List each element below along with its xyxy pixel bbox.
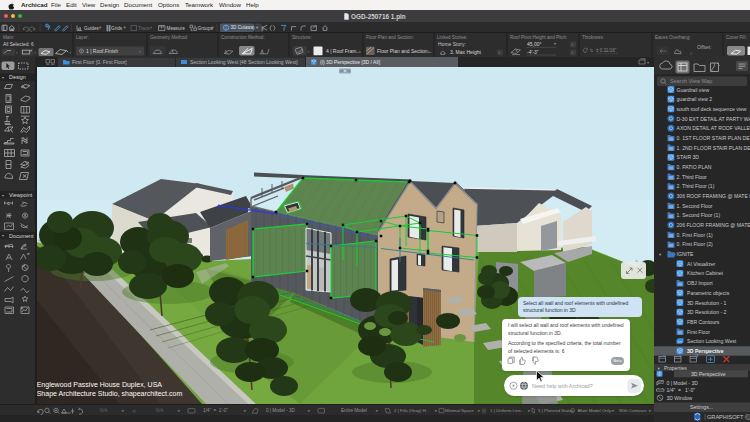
- svg-text:Trace: Trace: [138, 26, 150, 31]
- svg-text:Shape Architecture Studio, sha: Shape Architecture Studio, shapearchitec…: [37, 390, 182, 398]
- svg-text:▾: ▾: [150, 25, 153, 30]
- svg-text:Search View Map: Search View Map: [670, 78, 712, 84]
- svg-text:▸: ▸: [612, 408, 615, 413]
- svg-text:▾: ▾: [212, 25, 215, 30]
- svg-text:›: ›: [359, 49, 361, 54]
- svg-text:(I) 3D Perspective [3D / All]: (I) 3D Perspective [3D / All]: [320, 59, 381, 65]
- svg-text:± 0.11/16": ± 0.11/16": [596, 48, 617, 53]
- svg-text:Offset:: Offset:: [697, 44, 712, 50]
- svg-text:0 | Model - 3D: 0 | Model - 3D: [266, 408, 295, 413]
- svg-text:0. First Floor (2): 0. First Floor (2): [677, 241, 714, 247]
- svg-text:Parametric objects: Parametric objects: [687, 290, 730, 296]
- svg-text:All Selected: 6: All Selected: 6: [3, 42, 34, 47]
- svg-text:›: ›: [35, 50, 37, 55]
- svg-text:▸: ▸: [244, 408, 247, 413]
- svg-text:Guardrail view: Guardrail view: [677, 87, 710, 93]
- svg-text:N/A: N/A: [156, 408, 165, 413]
- svg-text:▾: ▾: [2, 233, 4, 238]
- svg-text:Measure: Measure: [167, 26, 186, 31]
- svg-text:▾: ▾: [99, 25, 102, 30]
- svg-text:south roof deck sequence view: south roof deck sequence view: [677, 106, 747, 112]
- svg-text:Kitchen Cabinet: Kitchen Cabinet: [687, 270, 724, 276]
- svg-text:Home Story:: Home Story:: [438, 41, 466, 47]
- svg-text:▸: ▸: [178, 408, 181, 413]
- svg-text:Document: Document: [9, 233, 34, 239]
- svg-text:⟲: ⟲: [132, 409, 136, 414]
- svg-text:▸: ▸: [435, 408, 438, 413]
- svg-text:⇅: ⇅: [590, 48, 594, 53]
- svg-text:Entire Model: Entire Model: [341, 408, 367, 413]
- svg-text:›: ›: [16, 50, 18, 55]
- svg-text:Cover Fill:: Cover Fill:: [726, 35, 747, 40]
- svg-text:Thickness:: Thickness:: [582, 35, 604, 40]
- svg-text:▸: ▸: [528, 408, 531, 413]
- svg-text:Structure:: Structure:: [292, 35, 312, 40]
- svg-text:3D Cutaway: 3D Cutaway: [231, 25, 257, 30]
- svg-text:1. 2ND FLOOR STAIR PLAN DETAIL: 1. 2ND FLOOR STAIR PLAN DETAIL: [677, 145, 750, 151]
- svg-text:Settings...: Settings...: [690, 404, 713, 410]
- svg-text:▾: ▾: [647, 60, 649, 65]
- svg-text:3D Resolution - 1: 3D Resolution - 1: [687, 300, 727, 306]
- svg-text:5 | Planned Status: 5 | Planned Status: [538, 408, 575, 413]
- svg-text:guardrail view 2: guardrail view 2: [677, 96, 713, 102]
- svg-text:Viewpoint: Viewpoint: [9, 192, 33, 198]
- svg-text:Floor Plan and Section...: Floor Plan and Section...: [377, 48, 432, 54]
- svg-text:1 | Roof.Finish: 1 | Roof.Finish: [86, 48, 118, 54]
- svg-text:AI Visualizer: AI Visualizer: [687, 261, 716, 267]
- svg-text:45,00°: 45,00°: [527, 41, 542, 47]
- svg-text:Guides: Guides: [84, 26, 100, 31]
- svg-text:Geometry Method:: Geometry Method:: [150, 35, 188, 40]
- svg-text:▸: ▸: [376, 408, 379, 413]
- svg-text:3D Perspective: 3D Perspective: [691, 371, 726, 377]
- svg-text:1. Second Floor: 1. Second Floor: [677, 203, 713, 209]
- svg-text:▾: ▾: [554, 41, 556, 46]
- svg-text:206 FLOOR FRAMING @ MATE LINE: 206 FLOOR FRAMING @ MATE LINE: [677, 222, 750, 228]
- svg-text:OBJ Import: OBJ Import: [687, 280, 713, 286]
- svg-text:First Floor [0. First Floor]: First Floor [0. First Floor]: [72, 59, 127, 65]
- svg-text:›: ›: [70, 50, 72, 55]
- svg-text:Englewood Passive House Duplex: Englewood Passive House Duplex, USA: [37, 381, 162, 389]
- svg-text:Section Looking West: Section Looking West: [687, 338, 737, 344]
- svg-text:Design: Design: [9, 74, 26, 80]
- svg-text:Layer:: Layer:: [76, 35, 89, 40]
- svg-text:3D Perspective: 3D Perspective: [687, 348, 724, 354]
- svg-text:Main:: Main:: [3, 35, 14, 40]
- svg-text:D-30 EXT DETAIL AT PARTY WALL: D-30 EXT DETAIL AT PARTY WALL E: [677, 116, 750, 122]
- svg-text:Main Model Only: Main Model Only: [578, 408, 612, 413]
- svg-text:Roof Pivot Height and Pitch:: Roof Pivot Height and Pitch:: [510, 35, 567, 40]
- svg-text:Minimal Space: Minimal Space: [445, 408, 474, 413]
- svg-text:▸: ▸: [478, 408, 481, 413]
- svg-text:Construction Method:: Construction Method:: [221, 35, 265, 40]
- svg-text:2. Third Floor: 2. Third Floor: [677, 174, 708, 180]
- svg-text:▸: ▸: [649, 408, 652, 413]
- svg-text:▾: ▾: [2, 193, 4, 198]
- svg-text:1/4" = 1'-0": 1/4" = 1'-0": [203, 408, 228, 413]
- svg-text:IGNITE: IGNITE: [677, 251, 695, 257]
- svg-text:0. 1ST FLOOR STAIR PLAN DETAIL: 0. 1ST FLOOR STAIR PLAN DETAIL: [677, 135, 750, 141]
- svg-text:Eaves Overhang:: Eaves Overhang:: [655, 35, 691, 40]
- svg-text:STAIR 3D: STAIR 3D: [677, 154, 700, 160]
- svg-text:▾: ▾: [124, 25, 127, 30]
- svg-text:0. First Floor (1): 0. First Floor (1): [677, 232, 714, 238]
- svg-text:▾: ▾: [2, 75, 4, 80]
- svg-text:GRAPHISOFT Ⓒ: GRAPHISOFT Ⓒ: [707, 414, 750, 420]
- svg-text:AXON DETAIL AT ROOF VALLEY EAS: AXON DETAIL AT ROOF VALLEY EAS: [677, 125, 750, 131]
- svg-text:Floor Plan and Section:: Floor Plan and Section:: [366, 35, 414, 40]
- svg-text:-4'-3": -4'-3": [527, 49, 539, 55]
- svg-text:0. PATIO PLAN: 0. PATIO PLAN: [677, 164, 712, 170]
- svg-text:N/A: N/A: [100, 408, 109, 413]
- svg-text:3D Resolution - 2: 3D Resolution - 2: [687, 309, 727, 315]
- svg-text:0 | Model - 3D: 0 | Model - 3D: [667, 380, 699, 386]
- svg-text:1/4" = 1'-0": 1/4" = 1'-0": [667, 387, 696, 393]
- svg-text:1 | Uniform Line...: 1 | Uniform Line...: [490, 408, 525, 413]
- svg-text:1. Second Floor (1): 1. Second Floor (1): [677, 212, 721, 218]
- svg-text:Linked Stories:: Linked Stories:: [437, 35, 467, 40]
- svg-text:306 ROOF FRAMING @ MATE LINE: 306 ROOF FRAMING @ MATE LINE: [677, 193, 750, 199]
- svg-text:Properties: Properties: [664, 365, 687, 371]
- svg-text:2. Third Floor (1): 2. Third Floor (1): [677, 183, 715, 189]
- svg-text:3. Max Height: 3. Max Height: [450, 49, 481, 55]
- svg-text:3D Window: 3D Window: [667, 395, 693, 401]
- svg-text:Section Looking West [48 Secti: Section Looking West [48 Section Looking…: [190, 59, 298, 65]
- svg-text:With Contours: With Contours: [619, 408, 648, 413]
- svg-text:▸: ▸: [308, 408, 311, 413]
